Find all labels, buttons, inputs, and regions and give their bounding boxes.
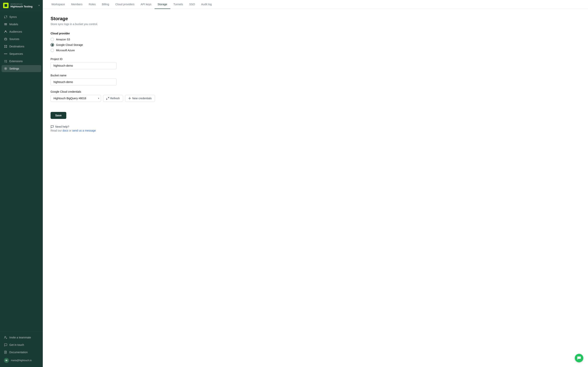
destinations-icon: [4, 45, 7, 48]
sidebar-item-documentation[interactable]: Documentation: [1, 349, 41, 356]
sidebar-item-settings[interactable]: Settings: [1, 65, 41, 72]
sidebar: WORKSPACE Hightouch Testing ▾ Syncs Mode…: [0, 0, 43, 367]
tab-audit-log[interactable]: Audit log: [198, 0, 215, 9]
tab-api-keys[interactable]: API keys: [137, 0, 154, 9]
help-title-text: Need help?: [55, 125, 69, 128]
project-id-input[interactable]: [51, 62, 117, 69]
chevron-down-icon: ▾: [39, 4, 40, 7]
new-credentials-button[interactable]: New credentials: [125, 95, 155, 102]
tab-members[interactable]: Members: [68, 0, 85, 9]
sidebar-item-sources-label: Sources: [9, 37, 19, 41]
sidebar-nav: Syncs Models Audiences: [0, 11, 43, 332]
radio-google-cloud-label: Google Cloud Storage: [56, 43, 83, 46]
radio-microsoft-azure[interactable]: Microsoft Azure: [51, 49, 580, 52]
radio-amazon-s3[interactable]: Amazon S3: [51, 38, 580, 41]
sidebar-item-models-label: Models: [9, 23, 18, 26]
documentation-icon: [4, 350, 7, 354]
user-row[interactable]: M maria@hightouch.io: [1, 356, 41, 365]
sidebar-item-audiences[interactable]: Audiences: [1, 28, 41, 35]
sidebar-item-invite-label: Invite a teammate: [9, 336, 31, 339]
chat-bubble-icon: [577, 356, 581, 360]
svg-rect-5: [4, 45, 5, 46]
avatar: M: [4, 358, 9, 363]
sidebar-item-extensions[interactable]: Extensions: [1, 58, 41, 65]
project-id-label: Project ID: [51, 58, 580, 61]
tab-storage[interactable]: Storage: [154, 0, 170, 9]
user-email: maria@hightouch.io: [11, 359, 32, 362]
svg-rect-7: [4, 47, 5, 48]
save-button[interactable]: Save: [51, 112, 66, 119]
sidebar-item-destinations[interactable]: Destinations: [1, 43, 41, 50]
radio-microsoft-azure-input[interactable]: [51, 49, 54, 52]
help-text: Read our docs or send us a message: [51, 129, 580, 132]
radio-amazon-s3-input[interactable]: [51, 38, 54, 41]
sidebar-item-sequences[interactable]: Sequences: [1, 50, 41, 57]
workspace-name: Hightouch Testing: [10, 5, 37, 8]
tab-billing[interactable]: Billing: [99, 0, 112, 9]
sidebar-bottom: Invite a teammate Get in touch Documenta…: [0, 332, 43, 367]
radio-amazon-s3-label: Amazon S3: [56, 38, 70, 41]
sidebar-item-syncs-label: Syncs: [9, 15, 17, 18]
settings-icon: [4, 67, 7, 70]
sidebar-item-get-in-touch[interactable]: Get in touch: [1, 341, 41, 348]
svg-rect-14: [4, 60, 5, 61]
svg-point-11: [6, 53, 7, 54]
docs-link[interactable]: docs: [62, 129, 68, 132]
cloud-provider-label: Cloud provider: [51, 32, 580, 35]
credentials-select[interactable]: Hightouch BigQuery #8018: [51, 95, 101, 102]
sidebar-item-destinations-label: Destinations: [9, 45, 24, 48]
radio-google-cloud[interactable]: Google Cloud Storage: [51, 43, 580, 47]
sidebar-item-syncs[interactable]: Syncs: [1, 13, 41, 20]
sidebar-item-get-in-touch-label: Get in touch: [9, 343, 24, 346]
svg-point-17: [5, 68, 6, 69]
plus-icon: [128, 97, 131, 100]
credentials-row: Hightouch BigQuery #8018 ▾ Refresh New: [51, 95, 580, 102]
sidebar-item-extensions-label: Extensions: [9, 60, 23, 63]
sidebar-item-sources[interactable]: Sources: [1, 35, 41, 42]
refresh-label: Refresh: [110, 97, 120, 100]
svg-point-4: [4, 38, 7, 39]
sidebar-item-audiences-label: Audiences: [9, 30, 22, 33]
help-title: Need help?: [51, 125, 580, 128]
bucket-name-input[interactable]: [51, 78, 117, 85]
contact-link[interactable]: send us a message: [72, 129, 96, 132]
sidebar-item-documentation-label: Documentation: [9, 351, 28, 354]
cloud-provider-radio-group: Amazon S3 Google Cloud Storage Microsoft…: [51, 38, 580, 52]
sidebar-item-invite[interactable]: Invite a teammate: [1, 334, 41, 341]
svg-rect-6: [6, 45, 7, 46]
workspace-logo: [3, 3, 9, 8]
svg-point-18: [5, 336, 6, 337]
chat-bubble[interactable]: [575, 354, 583, 362]
credentials-label: Google Cloud credentials: [51, 90, 580, 93]
svg-rect-8: [6, 47, 7, 48]
extensions-icon: [4, 59, 7, 63]
svg-rect-1: [4, 24, 7, 25]
page-content: Storage Store sync logs in a bucket you …: [43, 9, 588, 367]
svg-rect-2: [4, 25, 7, 26]
sidebar-item-models[interactable]: Models: [1, 21, 41, 28]
refresh-button[interactable]: Refresh: [103, 95, 123, 102]
help-section: Need help? Read our docs or send us a me…: [51, 125, 580, 132]
svg-point-10: [5, 53, 6, 54]
sequences-icon: [4, 52, 7, 56]
project-id-field-group: Project ID: [51, 58, 580, 69]
help-text-before: Read our: [51, 129, 62, 132]
chat-icon: [4, 343, 7, 347]
tab-roles[interactable]: Roles: [85, 0, 99, 9]
tab-tunnels[interactable]: Tunnels: [170, 0, 186, 9]
workspace-header[interactable]: WORKSPACE Hightouch Testing ▾: [0, 0, 43, 11]
workspace-info: WORKSPACE Hightouch Testing: [10, 3, 37, 8]
radio-google-cloud-input[interactable]: [51, 43, 54, 47]
svg-rect-16: [4, 61, 5, 62]
svg-rect-15: [6, 60, 7, 61]
help-text-middle: or: [68, 129, 72, 132]
new-credentials-label: New credentials: [132, 97, 152, 100]
tab-sso[interactable]: SSO: [186, 0, 198, 9]
sidebar-item-settings-label: Settings: [9, 67, 19, 70]
models-icon: [4, 23, 7, 26]
refresh-icon: [106, 97, 109, 100]
page-subtitle: Store sync logs in a bucket you control.: [51, 23, 580, 26]
tab-cloud-providers[interactable]: Cloud providers: [112, 0, 137, 9]
sidebar-item-sequences-label: Sequences: [9, 52, 23, 55]
tab-workspace[interactable]: Workspace: [48, 0, 68, 9]
